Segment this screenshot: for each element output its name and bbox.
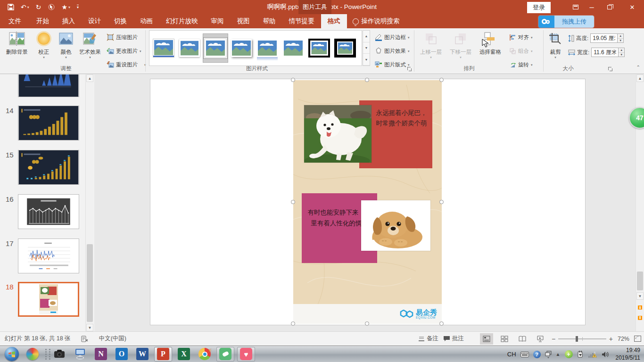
taskbar-app-remote-desktop-icon[interactable] [71,347,89,362]
tab-home[interactable]: 开始 [30,14,56,28]
scroll-up-icon[interactable]: ▲ [636,74,644,82]
scroll-down-icon[interactable]: ▼ [636,292,644,300]
picture-style-8[interactable] [333,34,357,62]
picture-style-5[interactable] [255,34,280,62]
tab-help[interactable]: 帮助 [256,14,282,28]
picture-style-4[interactable] [229,34,254,62]
width-stepper[interactable]: ▲▼ [619,48,625,57]
tray-window-icon[interactable] [545,351,552,358]
clock[interactable]: 19:49 2019/5/11 [613,347,641,362]
tab-file[interactable]: 文件 [0,14,30,28]
thumbnail-slide-15[interactable]: 15 [18,150,79,185]
slideshow-view-button[interactable] [534,333,547,345]
poster-picture[interactable]: 永远摇着小尾巴，时常撒个娇卖个萌 [293,80,442,324]
send-backward-button[interactable]: 下移一层 ▾ [446,30,475,65]
puppy-photo[interactable] [361,200,430,251]
gallery-more-button[interactable]: ▼ [363,54,370,66]
width-input[interactable] [591,48,619,57]
restore-button[interactable] [602,0,618,14]
thumbnail-slide-16[interactable]: 16 [18,194,79,229]
comments-toggle[interactable]: 批注 [443,335,464,343]
picture-border-button[interactable]: 图片边框 ▾ [375,32,410,42]
slide-sorter-view-button[interactable] [498,333,511,345]
canvas-scrollbar[interactable]: ▲ ▼ ⏫ ⏬ 47 [636,74,644,331]
tab-insert[interactable]: 插入 [56,14,82,28]
tab-animations[interactable]: 动画 [133,14,159,28]
tray-network-warning-icon[interactable] [588,351,597,358]
ribbon-display-options-icon[interactable] [568,0,584,14]
picture-style-1[interactable] [151,34,176,62]
zoom-out-icon[interactable]: − [552,335,555,343]
thumbnail-slide-14[interactable]: 14 [18,106,79,140]
tab-review[interactable]: 审阅 [205,14,231,28]
taskbar-app-colorball-icon[interactable] [24,347,41,362]
tab-view[interactable]: 视图 [231,14,256,28]
next-slide-icon[interactable]: ⏬ [636,314,644,321]
sign-in-button[interactable]: 登录 [527,2,551,13]
reading-view-button[interactable] [516,333,529,345]
tab-slideshow[interactable]: 幻灯片放映 [159,14,205,28]
corrections-button[interactable]: 校正 ▾ [33,30,55,65]
artistic-effects-button[interactable]: 艺术效果 ▾ [77,30,103,65]
slide-counter[interactable]: 幻灯片 第 18 张, 共 18 张 [5,335,71,343]
tab-design[interactable]: 设计 [82,14,107,28]
tab-transitions[interactable]: 切换 [107,14,133,28]
zoom-in-icon[interactable]: + [609,335,613,343]
taskbar-app-powerpoint-active[interactable]: P [154,347,172,362]
previous-slide-icon[interactable]: ⏫ [636,304,644,311]
bring-forward-button[interactable]: 上移一层 ▾ [417,30,445,65]
group-button[interactable]: 组合 ▾ [509,46,533,56]
color-button[interactable]: 颜色 ▾ [56,30,76,65]
taskbar-app-chrome-icon[interactable]: ⚡ [196,347,214,362]
picture-style-7[interactable] [307,34,331,62]
taskbar-app-green-icon[interactable] [216,347,234,362]
selection-handle-bottom-right[interactable] [439,321,444,326]
picture-style-2[interactable] [177,34,202,62]
selection-handle-mid-left[interactable] [291,200,295,204]
taskbar-app-word-icon[interactable]: W [133,347,151,362]
gallery-scroll-down[interactable]: ▼ [363,42,370,54]
close-button[interactable]: ✕ [624,0,640,14]
selection-handle-top-right[interactable] [439,78,444,82]
accessibility-check-icon[interactable] [81,336,89,342]
tray-power-plug-icon[interactable] [577,350,584,358]
gallery-scroll-up[interactable]: ▲ [363,31,370,42]
tab-format-active[interactable]: 格式 [321,14,347,28]
thumbnail-scrollbar[interactable]: ▲ ▼ [85,74,93,331]
tab-storyboard[interactable]: 情节提要 [282,14,321,28]
change-picture-button[interactable]: 更改图片 ▾ [107,46,141,56]
tray-help-icon[interactable]: ? [533,351,541,358]
taskbar-app-excel-icon[interactable]: X [175,347,193,362]
picture-style-3-selected[interactable] [203,34,228,62]
thumbnail-slide-18-selected[interactable]: 18 [18,282,79,317]
save-icon[interactable] [8,4,14,10]
reset-picture-button[interactable]: 重设图片 ▾ [107,59,146,70]
remove-background-button[interactable]: 删除背景 [5,30,29,65]
start-button[interactable] [3,347,21,362]
fit-slide-to-window-icon[interactable] [634,336,641,342]
language-indicator[interactable]: 中文(中国) [99,335,126,343]
rotate-button[interactable]: 旋转 ▾ [509,59,533,70]
selection-handle-bottom-left[interactable] [291,321,295,326]
drag-upload-button[interactable]: 拖拽上传 [538,16,594,28]
selection-handle-top-center[interactable] [365,78,369,82]
zoom-slider[interactable]: − + [552,335,613,343]
selection-pane-button[interactable]: 选择窗格 [476,30,504,65]
normal-view-button[interactable] [480,333,493,345]
crop-button[interactable]: 裁剪 ▾ [546,30,565,65]
slide-page[interactable]: 永远摇着小尾巴，时常撒个娇卖个萌 [150,79,585,325]
height-input[interactable] [590,33,618,43]
customize-qat-icon[interactable]: ▾ [77,5,79,9]
taskbar-app-outlook-icon[interactable]: O [113,347,131,362]
selection-handle-mid-right[interactable] [439,200,444,204]
thumb-scroll-down-icon[interactable]: ▼ [86,324,93,331]
taskbar-app-onenote-icon[interactable]: N [92,347,110,362]
selection-handle-bottom-center[interactable] [365,321,369,326]
touch-mouse-mode-icon[interactable] [48,4,55,11]
picture-layout-button[interactable]: 图片版式 ▾ [375,59,410,70]
favorites-star-icon[interactable]: ★▾ [61,3,70,11]
thumbnail-slide-13[interactable] [18,74,79,97]
compress-pictures-button[interactable]: 压缩图片 [107,32,138,42]
minimize-button[interactable]: ─ [584,0,600,14]
picture-effects-button[interactable]: 图片效果 ▾ [375,46,410,56]
